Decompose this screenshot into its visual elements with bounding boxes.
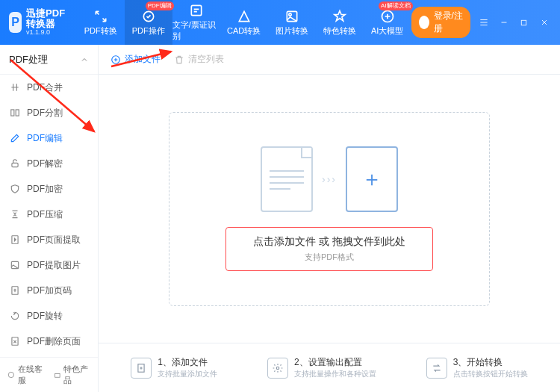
svg-point-17 — [276, 367, 279, 370]
convert-icon — [93, 9, 108, 24]
app-title: 迅捷PDF转换器 — [26, 8, 68, 30]
add-target-icon: ＋ — [346, 146, 398, 212]
unlock-icon — [9, 158, 21, 169]
sidebar-item-extract-image[interactable]: PDF提取图片 — [0, 252, 98, 278]
dropzone-sub-text: 支持PDF格式 — [253, 252, 405, 263]
close-button[interactable] — [537, 13, 551, 31]
svg-rect-14 — [55, 373, 60, 377]
top-nav: PDF转换 PDF编辑 PDF操作 文字/票证识别 CAD转换 图片转换 特色转… — [77, 0, 411, 45]
svg-point-3 — [288, 13, 290, 15]
page-icon — [9, 234, 21, 246]
step-add-icon — [131, 358, 152, 379]
cad-icon — [237, 9, 252, 24]
sidebar-item-merge[interactable]: PDF合并 — [0, 75, 98, 100]
badge-pdf-edit: PDF编辑 — [146, 1, 174, 10]
app-version: v1.1.9.0 — [26, 29, 68, 37]
login-button[interactable]: 登录/注册 — [411, 7, 471, 38]
star-icon — [332, 9, 347, 24]
plus-circle-icon — [111, 55, 121, 65]
compress-icon — [9, 208, 21, 220]
step-settings-icon — [267, 358, 288, 379]
svg-rect-8 — [12, 163, 18, 167]
svg-rect-1 — [191, 5, 201, 15]
header-right: 登录/注册 — [411, 7, 551, 38]
gift-icon — [54, 370, 61, 379]
dropzone-illustration: ››› ＋ — [261, 146, 398, 212]
ocr-icon — [189, 3, 204, 18]
operate-icon — [141, 9, 156, 24]
nav-special[interactable]: 特色转换 — [316, 0, 364, 45]
shield-icon — [9, 183, 21, 195]
avatar-icon — [419, 16, 429, 29]
svg-rect-7 — [16, 110, 19, 116]
sidebar-item-edit[interactable]: PDF编辑 — [0, 125, 98, 151]
dropzone-text: 点击添加文件 或 拖拽文件到此处 支持PDF格式 — [225, 227, 433, 271]
sidebar-item-delete-page[interactable]: PDF删除页面 — [0, 329, 98, 354]
chevron-up-icon — [80, 55, 89, 64]
step-convert-icon — [426, 358, 447, 379]
edit-icon — [9, 132, 21, 144]
document-icon — [261, 146, 313, 212]
dropzone-main-text: 点击添加文件 或 拖拽文件到此处 — [253, 235, 405, 249]
ai-icon — [380, 9, 395, 24]
app-logo: P 迅捷PDF转换器 v1.1.9.0 — [9, 8, 68, 37]
rotate-icon — [9, 310, 21, 322]
nav-ocr[interactable]: 文字/票证识别 — [172, 0, 220, 45]
sidebar-item-split[interactable]: PDF分割 — [0, 100, 98, 125]
steps-bar: 1、添加文件支持批量添加文件 2、设置输出配置支持批量操作和各种设置 3、开始转… — [99, 343, 560, 392]
menu-button[interactable] — [476, 13, 491, 31]
featured-link[interactable]: 特色产品 — [54, 364, 91, 386]
delete-icon — [9, 335, 21, 347]
number-icon — [9, 284, 21, 296]
step-3: 3、开始转换点击转换按钮开始转换 — [426, 357, 528, 379]
header: P 迅捷PDF转换器 v1.1.9.0 PDF转换 PDF编辑 PDF操作 文字… — [0, 0, 560, 45]
nav-pdf-convert[interactable]: PDF转换 — [77, 0, 125, 45]
main: 添加文件 清空列表 ››› ＋ 点击添加文件 或 拖拽文件到此处 — [99, 45, 560, 392]
nav-ai[interactable]: AI解读文档 AI大模型 — [364, 0, 411, 45]
logo-icon: P — [9, 12, 22, 33]
svg-point-13 — [8, 372, 13, 377]
split-icon — [9, 107, 21, 119]
step-2: 2、设置输出配置支持批量操作和各种设置 — [267, 357, 376, 379]
support-link[interactable]: 在线客服 — [7, 364, 45, 386]
sidebar-list: PDF合并 PDF分割 PDF编辑 PDF解密 PDF加密 PDF压缩 PDF页… — [0, 75, 98, 357]
sidebar-footer: 在线客服 特色产品 — [0, 357, 98, 392]
svg-rect-6 — [11, 110, 14, 116]
trash-icon — [174, 55, 184, 65]
nav-cad[interactable]: CAD转换 — [220, 0, 268, 45]
nav-image[interactable]: 图片转换 — [268, 0, 316, 45]
sidebar-item-rotate[interactable]: PDF旋转 — [0, 303, 98, 329]
add-file-button[interactable]: 添加文件 — [111, 53, 161, 66]
sidebar-item-decrypt[interactable]: PDF解密 — [0, 151, 98, 176]
nav-pdf-operate[interactable]: PDF编辑 PDF操作 — [125, 0, 172, 45]
dropzone-inner: ››› ＋ 点击添加文件 或 拖拽文件到此处 支持PDF格式 — [169, 112, 490, 306]
dots-icon: ››› — [322, 173, 337, 185]
image-extract-icon — [9, 259, 21, 271]
sidebar-item-extract-page[interactable]: PDF页面提取 — [0, 227, 98, 252]
sidebar-header[interactable]: PDF处理 — [0, 45, 98, 75]
maximize-button[interactable] — [517, 13, 531, 31]
sidebar-item-compress[interactable]: PDF压缩 — [0, 202, 98, 227]
dropzone[interactable]: ››› ＋ 点击添加文件 或 拖拽文件到此处 支持PDF格式 — [99, 75, 560, 343]
toolbar: 添加文件 清空列表 — [99, 45, 560, 75]
headset-icon — [7, 370, 15, 379]
sidebar-item-pagenum[interactable]: PDF加页码 — [0, 278, 98, 303]
clear-list-button[interactable]: 清空列表 — [174, 53, 224, 66]
sidebar-item-encrypt[interactable]: PDF加密 — [0, 176, 98, 202]
image-icon — [284, 9, 299, 24]
sidebar: PDF处理 PDF合并 PDF分割 PDF编辑 PDF解密 PDF加密 PDF压… — [0, 45, 99, 392]
minimize-button[interactable] — [497, 13, 511, 31]
badge-ai: AI解读文档 — [379, 1, 413, 10]
merge-icon — [9, 81, 21, 93]
svg-rect-5 — [521, 20, 526, 25]
step-1: 1、添加文件支持批量添加文件 — [131, 357, 217, 379]
